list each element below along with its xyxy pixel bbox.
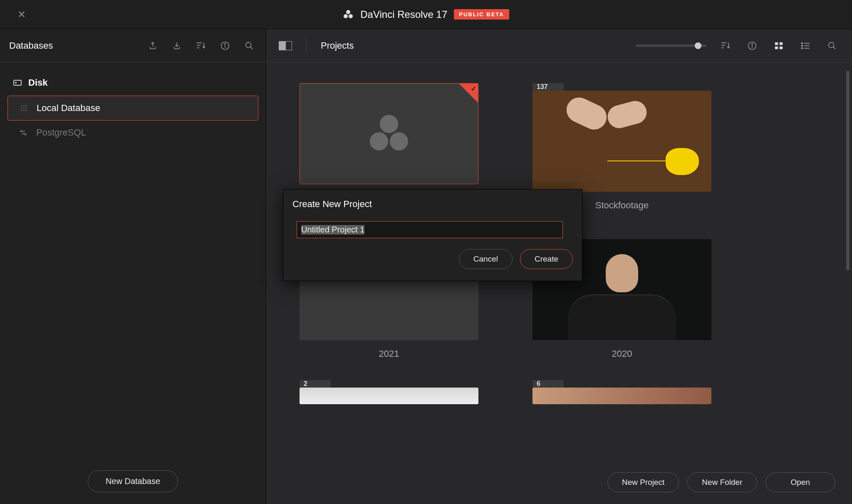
svg-point-15: [25, 105, 27, 107]
project-card[interactable]: 6: [532, 380, 711, 404]
svg-point-40: [380, 115, 398, 133]
create-button[interactable]: Create: [520, 249, 573, 269]
svg-point-41: [370, 132, 388, 151]
sort-icon[interactable]: [718, 38, 733, 53]
svg-point-20: [23, 110, 25, 111]
svg-point-8: [225, 43, 225, 44]
project-thumbnail[interactable]: [300, 388, 478, 404]
sort-icon[interactable]: [193, 38, 208, 53]
disk-icon: [12, 78, 22, 88]
svg-rect-29: [780, 42, 783, 44]
folder-count-badge: 137: [532, 83, 564, 91]
import-icon[interactable]: [169, 38, 184, 53]
svg-point-0: [346, 10, 350, 14]
dialog-title: Create New Project: [292, 199, 573, 210]
project-thumbnail[interactable]: [300, 83, 478, 184]
svg-point-12: [15, 82, 16, 83]
svg-rect-31: [780, 46, 783, 49]
database-item-label: Local Database: [37, 103, 100, 114]
list-view-icon[interactable]: [798, 38, 813, 53]
svg-line-10: [250, 47, 253, 49]
sidebar-header: Databases: [0, 29, 266, 62]
info-icon[interactable]: [218, 38, 233, 53]
app-logo-icon: [366, 113, 412, 155]
projects-title: Projects: [321, 40, 354, 51]
svg-point-36: [802, 47, 803, 49]
svg-point-19: [21, 110, 22, 111]
svg-rect-30: [775, 46, 778, 49]
title-center: DaVinci Resolve 17 PUBLIC BETA: [343, 9, 509, 20]
grid-dots-icon: [19, 104, 28, 113]
svg-line-39: [833, 47, 836, 49]
beta-badge: PUBLIC BETA: [454, 9, 509, 20]
app-title: DaVinci Resolve 17: [360, 9, 447, 20]
database-list: Disk Local Database PostgreSQL: [0, 62, 266, 145]
svg-rect-28: [775, 42, 778, 44]
project-card[interactable]: 2: [300, 380, 478, 404]
app-logo-icon: [343, 9, 354, 20]
svg-point-13: [21, 105, 22, 107]
svg-rect-11: [14, 80, 21, 85]
open-button[interactable]: Open: [765, 472, 835, 492]
sidebar: Databases: [0, 29, 266, 504]
sync-icon: [19, 128, 28, 137]
new-database-button[interactable]: New Database: [88, 470, 178, 492]
svg-point-18: [25, 107, 27, 109]
projects-header: Projects: [266, 29, 852, 62]
svg-point-9: [246, 42, 251, 47]
folder-count-badge: 6: [532, 380, 564, 388]
checkmark-icon: [459, 84, 478, 103]
project-name: 2020: [612, 348, 632, 359]
create-project-dialog: Create New Project Cancel Create: [283, 189, 582, 281]
svg-point-42: [390, 132, 408, 151]
projects-panel: Projects: [266, 29, 852, 504]
project-name: 2021: [379, 348, 399, 359]
project-thumbnail[interactable]: [532, 91, 711, 192]
svg-point-32: [802, 42, 803, 44]
svg-point-16: [21, 107, 22, 109]
scrollbar[interactable]: [846, 71, 850, 270]
sidebar-footer: New Database: [0, 470, 266, 492]
cancel-button[interactable]: Cancel: [459, 249, 513, 269]
database-item-label: PostgreSQL: [36, 127, 86, 138]
database-item-local[interactable]: Local Database: [7, 96, 258, 121]
folder-count-badge: 2: [300, 380, 331, 388]
search-icon[interactable]: [242, 38, 257, 53]
svg-point-17: [23, 107, 25, 109]
svg-point-34: [802, 45, 803, 46]
svg-point-21: [25, 110, 27, 111]
divider: [306, 38, 307, 53]
panel-toggle-icon[interactable]: [279, 41, 292, 50]
new-folder-button[interactable]: New Folder: [687, 472, 757, 492]
sidebar-title: Databases: [9, 40, 53, 51]
info-icon[interactable]: [745, 38, 760, 53]
project-name: Stockfootage: [595, 200, 649, 211]
project-thumbnail[interactable]: [532, 388, 711, 404]
export-icon[interactable]: [145, 38, 160, 53]
svg-point-1: [344, 14, 348, 18]
thumbnail-size-slider[interactable]: [636, 44, 706, 47]
main: Databases: [0, 29, 852, 504]
titlebar: ✕ DaVinci Resolve 17 PUBLIC BETA: [0, 0, 852, 29]
projects-footer: New Project New Folder Open: [607, 472, 835, 492]
new-project-button[interactable]: New Project: [607, 472, 679, 492]
close-icon[interactable]: ✕: [17, 9, 26, 20]
search-icon[interactable]: [825, 38, 840, 53]
disk-group: Disk: [0, 70, 266, 96]
svg-point-2: [349, 14, 353, 18]
svg-point-38: [829, 42, 834, 47]
database-item-postgres[interactable]: PostgreSQL: [0, 121, 266, 145]
project-name-input[interactable]: [297, 221, 563, 238]
svg-point-27: [752, 43, 753, 44]
svg-point-14: [23, 105, 25, 107]
disk-label: Disk: [28, 77, 47, 88]
grid-view-icon[interactable]: [771, 38, 786, 53]
